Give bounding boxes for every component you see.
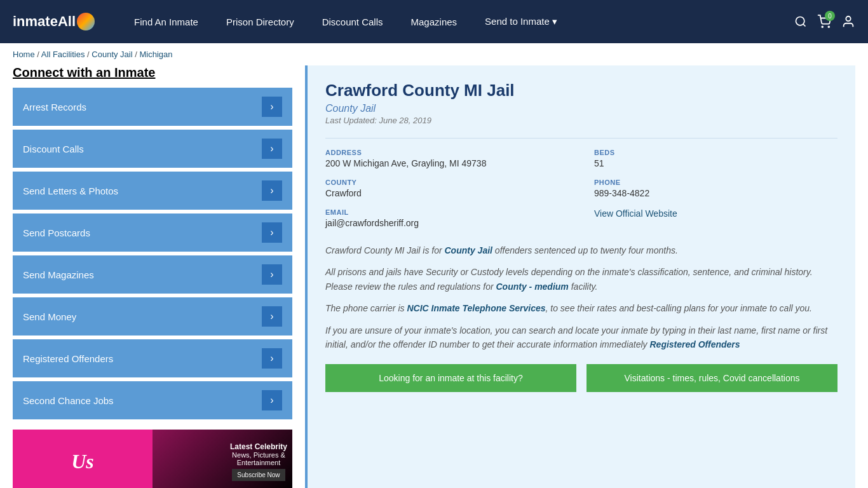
sidebar-item-send-postcards[interactable]: Send Postcards › bbox=[13, 214, 292, 252]
svg-point-0 bbox=[796, 17, 804, 25]
sidebar-arrow: › bbox=[262, 97, 282, 117]
desc1-text: Crawford County MI Jail is for bbox=[325, 245, 445, 255]
main-content: Connect with an Inmate Arrest Records › … bbox=[0, 65, 868, 488]
logo[interactable]: inmate All bbox=[13, 13, 95, 30]
nav-discount-calls[interactable]: Discount Calls bbox=[308, 0, 397, 43]
nav-icons: 0 bbox=[794, 15, 855, 29]
phone-value: 989-348-4822 bbox=[594, 188, 837, 198]
sidebar-item-send-money[interactable]: Send Money › bbox=[13, 297, 292, 336]
breadcrumb-all-facilities[interactable]: All Facilities bbox=[41, 50, 85, 59]
breadcrumb: Home / All Facilities / County Jail / Mi… bbox=[0, 43, 868, 65]
sidebar-item-discount-calls[interactable]: Discount Calls › bbox=[13, 130, 292, 168]
nav-send-to-inmate[interactable]: Send to Inmate ▾ bbox=[471, 0, 571, 43]
sidebar-item-label: Registered Offenders bbox=[23, 353, 113, 364]
county-medium-link[interactable]: County - medium bbox=[496, 281, 568, 292]
phone-label: PHONE bbox=[594, 179, 837, 186]
ad-subtext2: Entertainment bbox=[237, 459, 280, 466]
user-button[interactable] bbox=[841, 15, 855, 29]
email-label: EMAIL bbox=[325, 208, 569, 216]
action-buttons: Looking for an inmate at this facility? … bbox=[325, 364, 837, 392]
county-label: COUNTY bbox=[325, 179, 569, 186]
sidebar-title: Connect with an Inmate bbox=[13, 65, 292, 80]
sidebar-item-label: Send Money bbox=[23, 311, 76, 322]
facility-panel: Crawford County MI Jail County Jail Last… bbox=[305, 65, 855, 488]
sidebar-arrow: › bbox=[262, 390, 282, 410]
sidebar-arrow: › bbox=[262, 306, 282, 327]
search-icon bbox=[794, 15, 807, 28]
sidebar-item-send-letters[interactable]: Send Letters & Photos › bbox=[13, 172, 292, 210]
registered-offenders-link[interactable]: Registered Offenders bbox=[649, 339, 740, 349]
description-4: If you are unsure of your inmate's locat… bbox=[325, 323, 837, 352]
sidebar-item-label: Send Postcards bbox=[23, 227, 90, 238]
address-col: ADDRESS 200 W Michigan Ave, Grayling, MI… bbox=[325, 149, 569, 168]
email-col: EMAIL jail@crawfordsheriff.org bbox=[325, 208, 569, 228]
sidebar-arrow: › bbox=[262, 222, 282, 243]
ad-text: Latest Celebrity News, Pictures & Entert… bbox=[225, 437, 292, 486]
address-value: 200 W Michigan Ave, Grayling, MI 49738 bbox=[325, 158, 569, 168]
beds-value: 51 bbox=[594, 158, 837, 168]
beds-col: BEDS 51 bbox=[594, 149, 837, 168]
search-button[interactable] bbox=[794, 15, 807, 28]
svg-line-1 bbox=[803, 24, 806, 27]
breadcrumb-county-jail[interactable]: County Jail bbox=[92, 50, 132, 59]
website-link[interactable]: View Official Website bbox=[594, 208, 677, 219]
desc3-text: The phone carrier is bbox=[325, 303, 407, 313]
address-label: ADDRESS bbox=[325, 149, 569, 156]
sidebar-item-label: Send Magazines bbox=[23, 269, 94, 280]
svg-point-3 bbox=[828, 26, 829, 27]
sidebar-item-label: Arrest Records bbox=[23, 102, 86, 112]
nav-prison-directory[interactable]: Prison Directory bbox=[212, 0, 308, 43]
sidebar-item-registered-offenders[interactable]: Registered Offenders › bbox=[13, 339, 292, 377]
desc2-rest: facility. bbox=[569, 281, 598, 292]
breadcrumb-home[interactable]: Home bbox=[13, 50, 35, 59]
nav-find-inmate[interactable]: Find An Inmate bbox=[120, 0, 212, 43]
description-3: The phone carrier is NCIC Inmate Telepho… bbox=[325, 301, 837, 315]
sidebar-ad[interactable]: Us Latest Celebrity News, Pictures & Ent… bbox=[13, 430, 292, 488]
cart-button[interactable]: 0 bbox=[817, 15, 831, 29]
beds-label: BEDS bbox=[594, 149, 837, 156]
ad-headline: Latest Celebrity bbox=[230, 442, 287, 451]
website-col: View Official Website bbox=[594, 208, 837, 228]
sidebar-item-label: Second Chance Jobs bbox=[23, 395, 114, 406]
svg-point-4 bbox=[846, 17, 850, 21]
navbar: inmate All Find An Inmate Prison Directo… bbox=[0, 0, 868, 43]
sidebar-item-label: Discount Calls bbox=[23, 144, 84, 154]
ad-subscribe-button[interactable]: Subscribe Now bbox=[232, 469, 285, 481]
desc1-rest: offenders sentenced up to twenty four mo… bbox=[492, 245, 678, 255]
logo-icon bbox=[77, 13, 95, 30]
facility-name: Crawford County MI Jail bbox=[325, 81, 837, 100]
ad-logo: Us bbox=[65, 444, 100, 480]
sidebar-arrow: › bbox=[262, 180, 282, 201]
county-jail-link[interactable]: County Jail bbox=[445, 245, 492, 255]
sidebar-item-arrest-records[interactable]: Arrest Records › bbox=[13, 88, 292, 126]
logo-text: inmate bbox=[13, 13, 58, 30]
facility-last-updated: Last Updated: June 28, 2019 bbox=[325, 116, 837, 125]
user-icon bbox=[841, 15, 855, 29]
sidebar-arrow: › bbox=[262, 139, 282, 159]
sidebar-item-second-chance-jobs[interactable]: Second Chance Jobs › bbox=[13, 381, 292, 419]
visitations-button[interactable]: Visitations - times, rules, Covid cancel… bbox=[587, 364, 837, 392]
logo-all: All bbox=[58, 13, 76, 30]
facility-info-grid: ADDRESS 200 W Michigan Ave, Grayling, MI… bbox=[325, 138, 837, 228]
sidebar: Connect with an Inmate Arrest Records › … bbox=[13, 65, 292, 488]
phone-col: PHONE 989-348-4822 bbox=[594, 179, 837, 198]
facility-type: County Jail bbox=[325, 103, 837, 114]
desc4-text: If you are unsure of your inmate's locat… bbox=[325, 325, 827, 349]
nav-magazines[interactable]: Magazines bbox=[397, 0, 471, 43]
sidebar-arrow: › bbox=[262, 264, 282, 285]
description-1: Crawford County MI Jail is for County Ja… bbox=[325, 243, 837, 257]
county-value: Crawford bbox=[325, 188, 569, 198]
navbar-nav: Find An Inmate Prison Directory Discount… bbox=[120, 0, 794, 43]
svg-point-2 bbox=[822, 26, 823, 27]
sidebar-arrow: › bbox=[262, 348, 282, 369]
cart-badge: 0 bbox=[825, 11, 835, 21]
ncic-link[interactable]: NCIC Inmate Telephone Services bbox=[407, 303, 545, 313]
desc3-rest: , to see their rates and best-calling pl… bbox=[546, 303, 812, 313]
sidebar-item-send-magazines[interactable]: Send Magazines › bbox=[13, 255, 292, 294]
county-col: COUNTY Crawford bbox=[325, 179, 569, 198]
sidebar-item-label: Send Letters & Photos bbox=[23, 186, 118, 196]
description-2: All prisons and jails have Security or C… bbox=[325, 265, 837, 294]
email-value: jail@crawfordsheriff.org bbox=[325, 218, 569, 228]
breadcrumb-michigan[interactable]: Michigan bbox=[139, 50, 172, 59]
find-inmate-button[interactable]: Looking for an inmate at this facility? bbox=[325, 364, 576, 392]
